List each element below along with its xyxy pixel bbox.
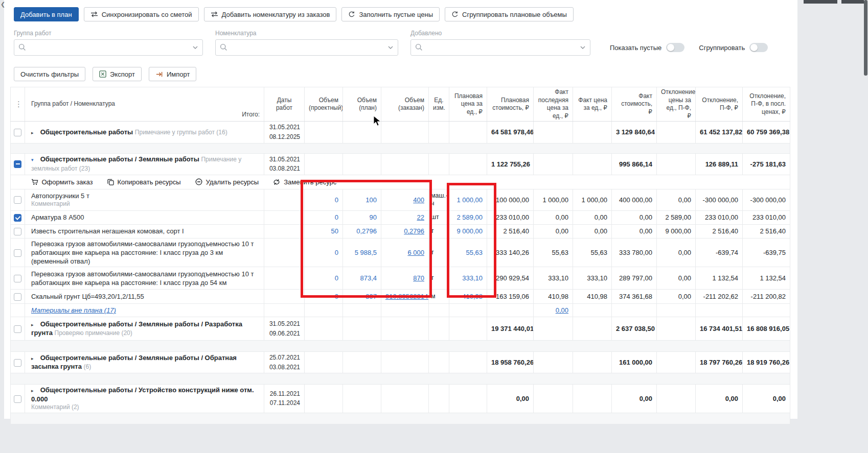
resource-row-izvest[interactable]: Известь строительная негашеная комовая, … bbox=[11, 224, 790, 238]
vol-ordered-link[interactable]: 6 000 bbox=[407, 249, 424, 256]
row-checkbox[interactable] bbox=[14, 275, 21, 282]
plan-price-cell[interactable]: 1 000,00 bbox=[449, 189, 487, 210]
create-order-button[interactable]: Оформить заказ bbox=[31, 178, 93, 186]
dev-pf-cell: -211 202,62 bbox=[696, 290, 743, 304]
chevron-down-icon[interactable] bbox=[193, 46, 198, 49]
search-icon bbox=[220, 43, 227, 51]
expand-caret-icon[interactable]: ▸ bbox=[31, 130, 36, 136]
nomenclature-filter-select[interactable] bbox=[215, 39, 398, 56]
copy-resources-button[interactable]: Копировать ресурсы bbox=[107, 178, 181, 186]
filter-work-group: Группа работ bbox=[14, 30, 203, 56]
materials-outside-plan-row[interactable]: Материалы вне плана (17) 0,00 bbox=[11, 304, 790, 317]
row-checkbox[interactable] bbox=[14, 395, 21, 403]
resource-row-perevozka-54km[interactable]: Перевозка грузов автомобилями-самосвалам… bbox=[11, 267, 790, 290]
vol-ordered-link[interactable]: 870 bbox=[413, 274, 424, 282]
plan-price-cell[interactable]: 333,10 bbox=[449, 267, 487, 290]
vol-ordered-link[interactable]: 0,2796 bbox=[404, 227, 424, 235]
vol-plan-cell[interactable]: 5 988,5 bbox=[343, 238, 381, 267]
nomenclature-filter-input[interactable] bbox=[216, 40, 398, 55]
vol-ordered-link[interactable]: 22 bbox=[417, 213, 424, 221]
group-row-zemlyanye[interactable]: ▾ Общестроительные работы / Земляные раб… bbox=[11, 153, 790, 175]
row-checkbox[interactable] bbox=[14, 325, 21, 333]
resource-name: Перевозка грузов автомобилями-самосвалам… bbox=[31, 270, 259, 287]
dev-price-cell: 0,00 bbox=[657, 238, 696, 267]
row-checkbox[interactable] bbox=[14, 359, 21, 367]
group-row-razrabotka-grunta[interactable]: ▸ Общестроительные работы / Земляные раб… bbox=[11, 317, 790, 341]
resource-row-armatura[interactable]: Арматура 8 А500 0 90 22 шт 2 589,00 233 … bbox=[11, 210, 790, 224]
plan-price-cell[interactable]: 55,63 bbox=[449, 238, 487, 267]
resource-row-skalny-grunt[interactable]: Скальный грунт Цб=493,20/1,2/11,55 0 397… bbox=[11, 290, 790, 304]
expand-caret-icon[interactable]: ▸ bbox=[31, 388, 36, 394]
unit-cell: т bbox=[429, 224, 449, 238]
vol-project-cell[interactable]: 0 bbox=[305, 290, 343, 304]
resource-row-perevozka-3km[interactable]: Перевозка грузов автомобилями-самосвалам… bbox=[11, 238, 790, 267]
row-checkbox-indeterminate[interactable] bbox=[14, 160, 21, 168]
fact-cost-cell: 333 780,00 bbox=[612, 238, 657, 267]
fact-cost-cell: 289 797,00 bbox=[612, 267, 657, 290]
transfer-arrows-icon bbox=[211, 11, 218, 17]
vol-plan-cell[interactable]: 873,4 bbox=[343, 267, 381, 290]
vol-plan-cell[interactable]: 90 bbox=[343, 210, 381, 224]
unit-cell: шт bbox=[429, 210, 449, 224]
vol-plan-cell[interactable]: 397 bbox=[343, 290, 381, 304]
clear-filters-button[interactable]: Очистить фильтры bbox=[14, 67, 85, 81]
show-empty-toggle[interactable] bbox=[666, 43, 684, 52]
collapse-caret-icon[interactable]: ▾ bbox=[31, 157, 36, 163]
resource-row-avtopogruzchiki[interactable]: Автопогрузчики 5 т Комментарий 0 100 400… bbox=[11, 189, 790, 210]
expand-caret-icon[interactable]: ▸ bbox=[31, 356, 36, 362]
delete-resources-button[interactable]: Удалить ресурсы bbox=[195, 178, 259, 186]
vol-ordered-link[interactable]: 400 bbox=[413, 196, 424, 204]
row-checkbox[interactable] bbox=[14, 196, 21, 204]
dev-pf-cell: 2 516,40 bbox=[696, 224, 743, 238]
replace-resource-button[interactable]: Заменить ресурс bbox=[273, 178, 336, 186]
materials-outside-plan-link[interactable]: Материалы вне плана (17) bbox=[31, 306, 116, 314]
vol-project-cell[interactable]: 0 bbox=[305, 189, 343, 210]
vol-project-cell[interactable]: 0 bbox=[305, 210, 343, 224]
work-group-filter-select[interactable] bbox=[14, 39, 203, 56]
section-gap bbox=[11, 373, 790, 385]
plan-price-cell[interactable]: 9 000,00 bbox=[449, 224, 487, 238]
sync-with-estimate-button[interactable]: Синхронизировать со сметой bbox=[84, 7, 199, 21]
row-checkbox[interactable] bbox=[14, 249, 21, 257]
fact-last-price-cell: 0,00 bbox=[534, 210, 573, 224]
sync-arrows-icon bbox=[90, 11, 98, 17]
vol-plan-cell[interactable]: 0,2796 bbox=[343, 224, 381, 238]
added-filter-select[interactable] bbox=[410, 39, 590, 56]
chevron-down-icon[interactable] bbox=[388, 46, 393, 49]
header-fact-last-price: Факт последняя цена за ед., ₽ bbox=[534, 87, 573, 122]
work-group-filter-input[interactable] bbox=[14, 40, 202, 55]
row-checkbox[interactable] bbox=[14, 293, 21, 301]
group-row-ustroystvo-konstrukciy[interactable]: ▸ Общестроительные работы / Устройство к… bbox=[11, 385, 790, 413]
row-checkbox[interactable] bbox=[14, 228, 21, 235]
export-button[interactable]: Экспорт bbox=[93, 67, 142, 81]
vol-ordered-link[interactable]: 910,895623147 bbox=[385, 293, 429, 300]
header-plan-cost: Плановая стоимость, ₽ bbox=[487, 87, 534, 122]
group-row-obshchestroitelnye[interactable]: ▸ Общестроительные работы Примечание у г… bbox=[11, 122, 790, 143]
dev-last-cell: 16 808 916,05 bbox=[743, 317, 790, 341]
dev-pf-cell: 0,00 bbox=[696, 385, 743, 413]
vertical-scrollbar-thumb[interactable] bbox=[864, 0, 867, 76]
group-toggle[interactable] bbox=[749, 43, 768, 52]
dev-pf-cell: 61 452 137,82 bbox=[696, 122, 743, 143]
vol-project-cell[interactable]: 50 bbox=[305, 224, 343, 238]
added-filter-input[interactable] bbox=[411, 40, 590, 55]
add-to-plan-button[interactable]: Добавить в план bbox=[14, 7, 79, 21]
fill-empty-prices-button[interactable]: Заполнить пустые цены bbox=[341, 7, 440, 21]
group-plan-volumes-button[interactable]: Сгруппировать плановые объемы bbox=[445, 7, 574, 21]
row-checkbox[interactable] bbox=[14, 129, 21, 136]
group-row-obratnaya-zasypka[interactable]: ▸ Общестроительные работы / Земляные раб… bbox=[11, 352, 790, 373]
chevron-down-icon[interactable] bbox=[580, 46, 585, 49]
plan-price-cell[interactable]: 410,98 bbox=[449, 290, 487, 304]
vol-project-cell[interactable]: 0 bbox=[305, 267, 343, 290]
add-nomenclature-from-orders-button[interactable]: Добавить номенклатуру из заказов bbox=[204, 7, 337, 21]
import-button[interactable]: Импорт bbox=[149, 67, 196, 81]
vol-plan-cell[interactable]: 100 bbox=[343, 189, 381, 210]
plan-cost-cell: 0,00 bbox=[487, 385, 534, 413]
row-checkbox-checked[interactable] bbox=[14, 214, 21, 222]
collapse-panel-chevron-icon[interactable]: ❮ bbox=[1, 1, 5, 8]
materials-outside-plan-value-link[interactable]: 0,00 bbox=[556, 306, 568, 314]
plan-price-cell[interactable]: 2 589,00 bbox=[449, 210, 487, 224]
kebab-menu-icon[interactable]: ⋮ bbox=[11, 87, 25, 122]
vol-project-cell[interactable]: 0 bbox=[305, 238, 343, 267]
expand-caret-icon[interactable]: ▸ bbox=[31, 322, 36, 328]
